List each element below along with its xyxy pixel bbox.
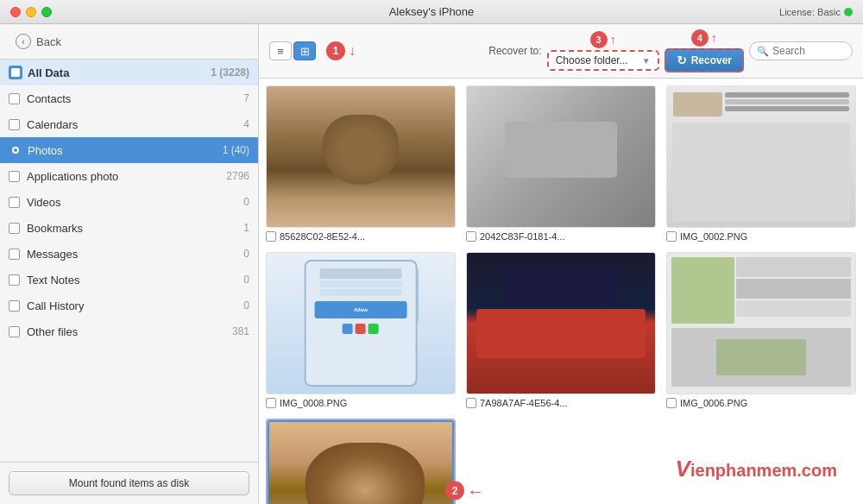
contacts-checkbox[interactable] bbox=[9, 93, 20, 104]
photo-item-4[interactable]: Allow IMG_0008.PN bbox=[266, 252, 456, 408]
sidebar-item-photos[interactable]: Photos 1 (40) bbox=[0, 137, 258, 163]
phone-image: Allow bbox=[267, 253, 455, 394]
back-button[interactable]: ‹ Back bbox=[10, 31, 248, 52]
car-image bbox=[467, 253, 655, 394]
messages-checkbox[interactable] bbox=[9, 249, 20, 260]
photo-checkbox-4[interactable] bbox=[266, 398, 276, 408]
svg-point-2 bbox=[14, 148, 17, 152]
recover-button[interactable]: ↻ Recover bbox=[665, 48, 744, 72]
view-toggle: ≡ ⊞ bbox=[269, 41, 316, 60]
photo-filename-2: 2042C83F-0181-4... bbox=[480, 231, 564, 242]
photo-checkbox-3[interactable] bbox=[666, 231, 677, 242]
photo-item-2[interactable]: 2042C83F-0181-4... bbox=[466, 85, 656, 242]
step3-group: 3 ↑ Choose folder... ▼ bbox=[547, 31, 659, 71]
recover-label: Recover bbox=[691, 54, 732, 66]
photo-thumb-5 bbox=[466, 252, 656, 394]
photo-label-3: IMG_0002.PNG bbox=[666, 231, 856, 242]
choose-folder-button[interactable]: Choose folder... ▼ bbox=[547, 50, 659, 71]
main-area: ‹ Back All Data 1 (3228) Contacts 7 bbox=[0, 24, 863, 504]
search-icon: 🔍 bbox=[757, 46, 769, 57]
videos-count: 0 bbox=[243, 196, 249, 208]
grid-area: 85628C02-8E52-4... 2042C83F-0181-4... bbox=[259, 79, 863, 504]
all-data-count: 1 (3228) bbox=[211, 66, 249, 79]
maximize-button[interactable] bbox=[41, 7, 52, 17]
close-button[interactable] bbox=[10, 7, 21, 17]
back-arrow-icon: ‹ bbox=[16, 34, 31, 49]
all-data-label: All Data bbox=[28, 66, 211, 79]
photo-filename-3: IMG_0002.PNG bbox=[680, 231, 747, 242]
photo-checkbox-1[interactable] bbox=[266, 231, 276, 242]
sidebar-item-contacts[interactable]: Contacts 7 bbox=[0, 85, 258, 111]
list-view-button[interactable]: ≡ bbox=[269, 41, 292, 60]
mount-disk-button[interactable]: Mount found items as disk bbox=[9, 471, 249, 495]
screenshot-image-1 bbox=[667, 86, 855, 227]
photo-thumb-3 bbox=[666, 85, 856, 228]
text-notes-checkbox[interactable] bbox=[9, 274, 20, 286]
sidebar-item-videos[interactable]: Videos 0 bbox=[0, 189, 258, 215]
bookmarks-checkbox[interactable] bbox=[9, 223, 20, 234]
call-history-checkbox[interactable] bbox=[9, 300, 20, 312]
photo-item-1[interactable]: 85628C02-8E52-4... bbox=[266, 85, 456, 242]
selected-photo-item[interactable]: 85628C02-8E52-4... 2 ← bbox=[266, 419, 456, 504]
step4-annotation: 4 ↑ bbox=[691, 29, 717, 47]
search-input[interactable] bbox=[772, 45, 841, 57]
sidebar-item-messages[interactable]: Messages 0 bbox=[0, 241, 258, 267]
photos-label: Photos bbox=[28, 144, 223, 157]
photo-checkbox-2[interactable] bbox=[466, 231, 476, 242]
other-files-checkbox[interactable] bbox=[9, 326, 20, 337]
photo-item-6[interactable]: IMG_0006.PNG bbox=[666, 252, 856, 408]
photos-icon bbox=[9, 143, 22, 157]
window-title: Aleksey's iPhone bbox=[389, 5, 475, 18]
messages-count: 0 bbox=[243, 248, 249, 260]
step1-area: 1 ↓ bbox=[326, 41, 356, 60]
content-area: ≡ ⊞ 1 ↓ Recover to: 3 ↑ Choose folder... bbox=[259, 24, 863, 504]
choose-folder-label: Choose folder... bbox=[556, 54, 628, 66]
sidebar-item-all-data[interactable]: All Data 1 (3228) bbox=[0, 60, 258, 85]
other-files-label: Other files bbox=[27, 325, 232, 338]
photo-thumb-6 bbox=[666, 252, 856, 394]
applications-photo-checkbox[interactable] bbox=[9, 171, 20, 182]
recover-icon: ↻ bbox=[677, 54, 687, 67]
sidebar-item-call-history[interactable]: Call History 0 bbox=[0, 293, 258, 318]
title-bar: Aleksey's iPhone License: Basic bbox=[0, 0, 863, 24]
sidebar-item-applications-photo[interactable]: Applications photo 2796 bbox=[0, 163, 258, 189]
photos-count: 1 (40) bbox=[223, 144, 249, 156]
step1-arrow-down: ↓ bbox=[349, 43, 356, 59]
sidebar-item-bookmarks[interactable]: Bookmarks 1 bbox=[0, 215, 258, 241]
selected-photo-thumb bbox=[268, 420, 454, 504]
recover-to-label: Recover to: bbox=[488, 45, 541, 57]
calendars-checkbox[interactable] bbox=[9, 119, 20, 130]
photo-filename-4: IMG_0008.PNG bbox=[280, 398, 347, 408]
sidebar-item-other-files[interactable]: Other files 381 bbox=[0, 318, 258, 344]
sidebar: ‹ Back All Data 1 (3228) Contacts 7 bbox=[0, 24, 259, 504]
minimize-button[interactable] bbox=[26, 7, 36, 17]
calendars-label: Calendars bbox=[27, 118, 243, 131]
photo-item-5[interactable]: 7A98A7AF-4E56-4... bbox=[466, 252, 656, 408]
photo-thumb-2 bbox=[466, 85, 656, 228]
photo-checkbox-5[interactable] bbox=[466, 398, 476, 408]
bookmarks-count: 1 bbox=[243, 222, 249, 234]
photo-label-1: 85628C02-8E52-4... bbox=[266, 231, 456, 242]
photo-filename-5: 7A98A7AF-4E56-4... bbox=[480, 398, 568, 408]
photo-filename-6: IMG_0006.PNG bbox=[680, 398, 747, 408]
step3-arrow-up: ↑ bbox=[610, 33, 616, 47]
call-history-label: Call History bbox=[27, 299, 243, 312]
photo-label-4: IMG_0008.PNG bbox=[266, 398, 456, 408]
sidebar-item-calendars[interactable]: Calendars 4 bbox=[0, 111, 258, 137]
photo-item-3[interactable]: IMG_0002.PNG bbox=[666, 85, 856, 242]
gray-object-image bbox=[467, 86, 655, 227]
photo-checkbox-6[interactable] bbox=[666, 398, 677, 408]
toolbar: ≡ ⊞ 1 ↓ Recover to: 3 ↑ Choose folder... bbox=[259, 24, 863, 79]
contacts-label: Contacts bbox=[27, 92, 243, 105]
bottom-row: 85628C02-8E52-4... 2 ← bbox=[266, 419, 856, 504]
photo-filename-1: 85628C02-8E52-4... bbox=[280, 231, 365, 242]
folder-chevron-icon: ▼ bbox=[642, 56, 651, 66]
sidebar-item-text-notes[interactable]: Text Notes 0 bbox=[0, 267, 258, 293]
photo-label-6: IMG_0006.PNG bbox=[666, 398, 856, 408]
videos-checkbox[interactable] bbox=[9, 197, 20, 208]
dog-large-image bbox=[269, 422, 452, 504]
grid-view-button[interactable]: ⊞ bbox=[293, 41, 316, 60]
back-label: Back bbox=[36, 35, 61, 48]
sidebar-list: All Data 1 (3228) Contacts 7 Calendars 4 bbox=[0, 60, 258, 462]
videos-label: Videos bbox=[27, 196, 243, 209]
